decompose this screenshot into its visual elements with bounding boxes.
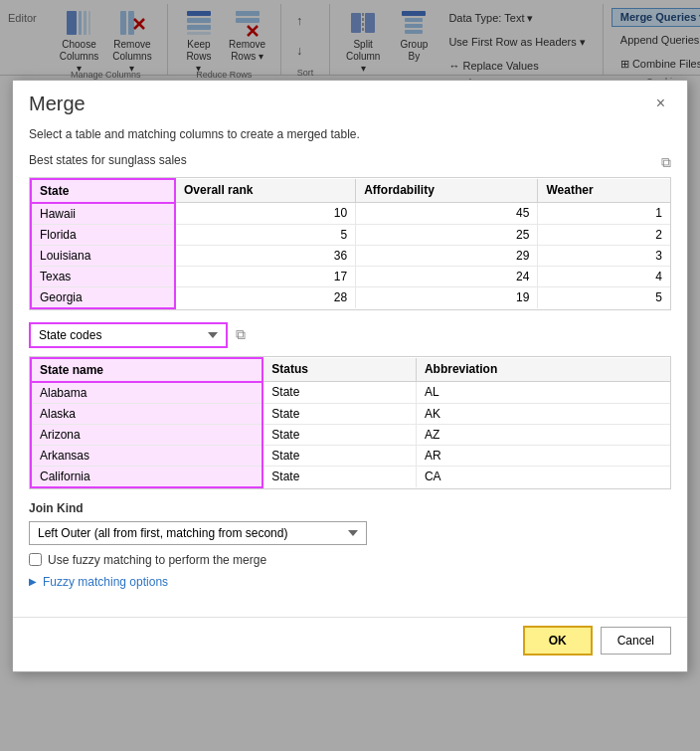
cancel-button[interactable]: Cancel bbox=[601, 627, 671, 655]
table1: State Overall rank Affordability Weather… bbox=[30, 178, 670, 309]
t1-r3-rank: 36 bbox=[175, 245, 356, 266]
table2-select[interactable]: State codes Best states for sunglass sal… bbox=[29, 322, 228, 348]
t2-r4-abbrev: AR bbox=[416, 445, 670, 466]
t2-r3-status: State bbox=[262, 424, 416, 445]
fuzzy-checkbox-row: Use fuzzy matching to perform the merge bbox=[29, 553, 671, 567]
t1-r2-state[interactable]: Florida bbox=[31, 224, 175, 245]
fuzzy-options-label: Fuzzy matching options bbox=[43, 575, 168, 589]
table1-col-overall-rank[interactable]: Overall rank bbox=[175, 179, 356, 203]
t1-r4-rank: 17 bbox=[175, 266, 356, 286]
t2-r5-status: State bbox=[262, 466, 416, 487]
t1-r5-state[interactable]: Georgia bbox=[31, 286, 175, 308]
t2-r1-status: State bbox=[262, 382, 416, 404]
dialog-close-button[interactable]: × bbox=[650, 93, 671, 114]
t1-r4-weather: 4 bbox=[538, 266, 670, 286]
table-row: Alaska State AK bbox=[31, 403, 670, 424]
table1-col-weather[interactable]: Weather bbox=[538, 179, 670, 203]
t2-r4-name[interactable]: Arkansas bbox=[31, 445, 262, 466]
t1-r2-weather: 2 bbox=[538, 224, 670, 245]
t1-r1-rank: 10 bbox=[175, 203, 356, 225]
dialog-footer: OK Cancel bbox=[13, 617, 687, 671]
t2-r1-abbrev: AL bbox=[416, 382, 670, 404]
ok-button[interactable]: OK bbox=[523, 626, 593, 656]
join-kind-select[interactable]: Left Outer (all from first, matching fro… bbox=[29, 521, 367, 545]
fuzzy-checkbox-label[interactable]: Use fuzzy matching to perform the merge bbox=[48, 553, 266, 567]
t1-r3-state[interactable]: Louisiana bbox=[31, 245, 175, 266]
t1-r4-afford: 24 bbox=[356, 266, 538, 286]
t1-r3-afford: 29 bbox=[356, 245, 538, 266]
table1-copy-icon[interactable]: ⧉ bbox=[661, 154, 671, 171]
table-row: Texas 17 24 4 bbox=[31, 266, 670, 286]
t1-r2-afford: 25 bbox=[356, 224, 538, 245]
dialog-header: Merge × bbox=[13, 81, 687, 119]
table2: State name Status Abbreviation Alabama S… bbox=[30, 357, 670, 488]
table1-container: State Overall rank Affordability Weather… bbox=[29, 177, 671, 310]
table-row: Louisiana 36 29 3 bbox=[31, 245, 670, 266]
table1-header-row: Best states for sunglass sales ⧉ bbox=[29, 153, 671, 173]
t1-r1-state[interactable]: Hawaii bbox=[31, 203, 175, 225]
dialog-body: Select a table and matching columns to c… bbox=[13, 119, 687, 609]
t2-r5-abbrev: CA bbox=[416, 466, 670, 487]
table-row: Arizona State AZ bbox=[31, 424, 670, 445]
table-row: California State CA bbox=[31, 466, 670, 487]
table1-col-state[interactable]: State bbox=[31, 179, 175, 203]
dialog-title: Merge bbox=[29, 93, 86, 115]
t2-r4-status: State bbox=[262, 445, 416, 466]
table2-select-row: State codes Best states for sunglass sal… bbox=[29, 322, 671, 348]
t2-r2-name[interactable]: Alaska bbox=[31, 403, 262, 424]
table1-label: Best states for sunglass sales bbox=[29, 153, 187, 167]
t2-r3-abbrev: AZ bbox=[416, 424, 670, 445]
t2-r2-abbrev: AK bbox=[416, 403, 670, 424]
t2-r3-name[interactable]: Arizona bbox=[31, 424, 262, 445]
table2-copy-icon[interactable]: ⧉ bbox=[236, 326, 246, 343]
table-row: Florida 5 25 2 bbox=[31, 224, 670, 245]
t2-r5-name[interactable]: California bbox=[31, 466, 262, 487]
table-row: Hawaii 10 45 1 bbox=[31, 203, 670, 225]
merge-dialog: Merge × Select a table and matching colu… bbox=[12, 80, 688, 672]
dialog-description: Select a table and matching columns to c… bbox=[29, 127, 671, 141]
dialog-overlay: Merge × Select a table and matching colu… bbox=[0, 0, 700, 751]
table1-header-row-el: State Overall rank Affordability Weather bbox=[31, 179, 670, 203]
table2-header-row-el: State name Status Abbreviation bbox=[31, 358, 670, 382]
fuzzy-options-toggle[interactable]: ▶ Fuzzy matching options bbox=[29, 575, 671, 589]
t1-r1-weather: 1 bbox=[538, 203, 670, 225]
join-kind-section: Join Kind Left Outer (all from first, ma… bbox=[29, 501, 671, 545]
t2-r1-name[interactable]: Alabama bbox=[31, 382, 262, 404]
t1-r5-rank: 28 bbox=[175, 286, 356, 308]
t1-r5-weather: 5 bbox=[538, 286, 670, 308]
table-row: Arkansas State AR bbox=[31, 445, 670, 466]
t1-r2-rank: 5 bbox=[175, 224, 356, 245]
t1-r5-afford: 19 bbox=[356, 286, 538, 308]
table2-col-abbrev[interactable]: Abbreviation bbox=[416, 358, 670, 382]
fuzzy-toggle-icon: ▶ bbox=[29, 576, 37, 587]
table-row: Georgia 28 19 5 bbox=[31, 286, 670, 308]
table2-col-statename[interactable]: State name bbox=[31, 358, 262, 382]
table2-container: State name Status Abbreviation Alabama S… bbox=[29, 356, 671, 489]
fuzzy-checkbox[interactable] bbox=[29, 553, 42, 566]
t1-r3-weather: 3 bbox=[538, 245, 670, 266]
join-kind-label: Join Kind bbox=[29, 501, 671, 515]
t1-r4-state[interactable]: Texas bbox=[31, 266, 175, 286]
t2-r2-status: State bbox=[262, 403, 416, 424]
t1-r1-afford: 45 bbox=[356, 203, 538, 225]
table-row: Alabama State AL bbox=[31, 382, 670, 404]
table1-col-affordability[interactable]: Affordability bbox=[356, 179, 538, 203]
table2-col-status[interactable]: Status bbox=[262, 358, 416, 382]
